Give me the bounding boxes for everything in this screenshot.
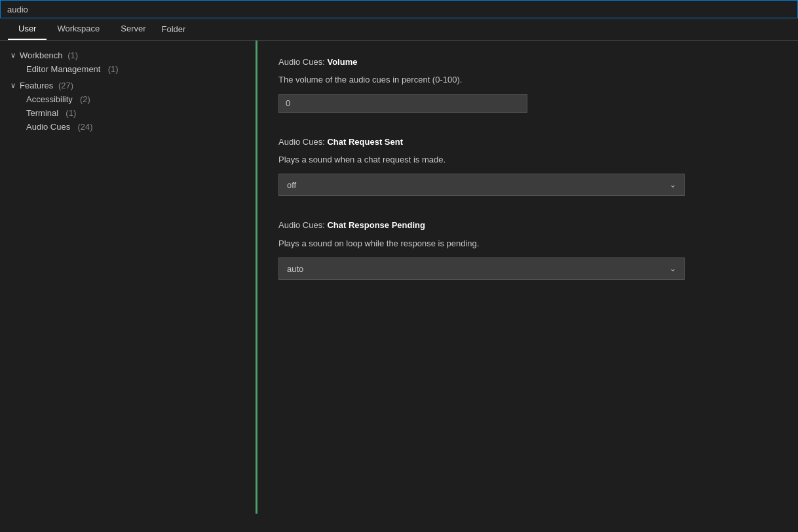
chat-request-dropdown[interactable]: off ⌄ — [278, 174, 685, 196]
sidebar-section-workbench: ∨ Workbench (1) Editor Management (1) — [0, 48, 256, 76]
search-bar — [0, 0, 798, 18]
tab-server[interactable]: Server — [110, 18, 156, 40]
sidebar-sub-item-label: Accessibility — [26, 94, 73, 104]
setting-description-volume: The volume of the audio cues in percent … — [278, 73, 777, 86]
volume-input[interactable] — [278, 94, 527, 113]
sidebar-sub-item-count: (1) — [64, 108, 77, 118]
sidebar-item-count: (1) — [66, 50, 79, 60]
main-content: Audio Cues: Volume The volume of the aud… — [256, 41, 798, 514]
sidebar-sub-item-accessibility[interactable]: Accessibility (2) — [0, 92, 256, 106]
sidebar-sub-item-label: Editor Management — [26, 64, 100, 74]
sidebar-sub-item-count: (24) — [75, 122, 93, 132]
sidebar-sub-item-count: (1) — [105, 64, 119, 74]
sidebar-sub-item-terminal[interactable]: Terminal (1) — [0, 106, 256, 120]
sidebar-sub-item-editor-management[interactable]: Editor Management (1) — [0, 62, 256, 76]
tab-workspace[interactable]: Workspace — [47, 18, 110, 40]
content-area: ∨ Workbench (1) Editor Management (1) ∨ … — [0, 41, 798, 514]
setting-chat-request-sent: Audio Cues: Chat Request Sent Plays a so… — [278, 136, 777, 197]
chat-response-dropdown[interactable]: auto ⌄ — [278, 257, 685, 280]
sidebar-item-workbench[interactable]: ∨ Workbench (1) — [0, 48, 256, 62]
sidebar-sub-item-label: Terminal — [26, 108, 58, 118]
tabs-bar: User Workspace Server Folder — [0, 18, 798, 41]
setting-title-chat-response: Audio Cues: Chat Response Pending — [278, 219, 777, 231]
sidebar-sub-item-count: (2) — [77, 94, 90, 104]
dropdown-value: auto — [287, 264, 303, 274]
sidebar-item-features[interactable]: ∨ Features (27) — [0, 79, 256, 92]
chevron-down-icon: ⌄ — [670, 264, 676, 273]
setting-volume: Audio Cues: Volume The volume of the aud… — [278, 56, 777, 113]
tab-folder[interactable]: Folder — [157, 19, 191, 39]
search-input[interactable] — [0, 0, 798, 18]
chevron-icon: ∨ — [10, 51, 16, 60]
setting-description-chat-request: Plays a sound when a chat request is mad… — [278, 153, 777, 166]
setting-chat-response-pending: Audio Cues: Chat Response Pending Plays … — [278, 219, 777, 280]
sidebar-item-count: (27) — [56, 81, 73, 90]
setting-description-chat-response: Plays a sound on loop while the response… — [278, 237, 777, 250]
sidebar-item-label: Features — [20, 81, 53, 90]
tab-user[interactable]: User — [8, 18, 47, 40]
sidebar: ∨ Workbench (1) Editor Management (1) ∨ … — [0, 41, 256, 514]
setting-title-chat-request: Audio Cues: Chat Request Sent — [278, 136, 777, 148]
chevron-icon: ∨ — [10, 81, 16, 90]
sidebar-sub-item-audio-cues[interactable]: Audio Cues (24) — [0, 120, 256, 134]
dropdown-value: off — [287, 180, 296, 190]
sidebar-sub-item-label: Audio Cues — [26, 122, 70, 132]
sidebar-section-features: ∨ Features (27) Accessibility (2) Termin… — [0, 79, 256, 134]
setting-title-volume: Audio Cues: Volume — [278, 56, 777, 68]
chevron-down-icon: ⌄ — [670, 180, 676, 189]
sidebar-item-label: Workbench — [20, 50, 63, 60]
